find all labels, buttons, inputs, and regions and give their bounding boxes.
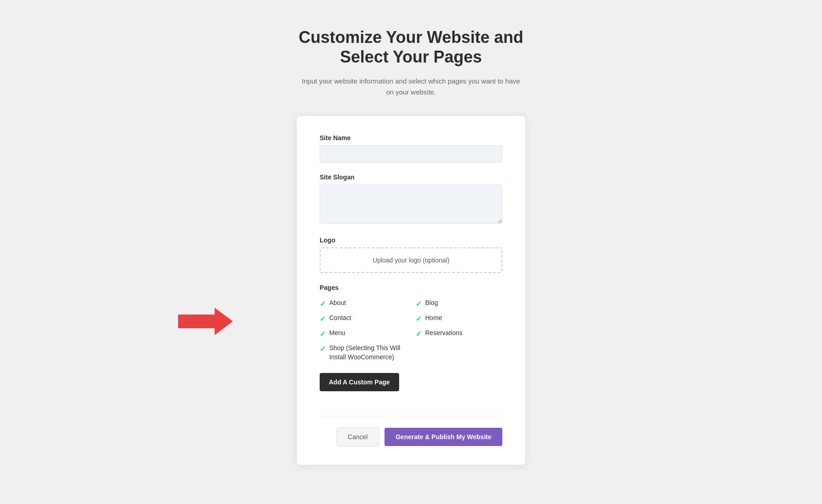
- form-container-wrapper: Site Name Site Slogan Logo Upload your l…: [91, 116, 731, 464]
- page-label-reservations: Reservations: [425, 329, 463, 338]
- page-label-home: Home: [425, 314, 442, 323]
- page-label-contact: Contact: [329, 314, 351, 323]
- site-slogan-field-group: Site Slogan: [320, 173, 502, 226]
- page-title: Customize Your Website and Select Your P…: [299, 27, 523, 67]
- pages-grid: ✓ About ✓ Blog ✓ Contact ✓ Home: [320, 299, 502, 362]
- page-item-about: ✓ About: [320, 299, 406, 308]
- divider: [320, 416, 502, 416]
- pages-label: Pages: [320, 284, 502, 291]
- site-name-input[interactable]: [320, 145, 502, 163]
- cancel-button[interactable]: Cancel: [337, 427, 379, 446]
- page-item-reservations: ✓ Reservations: [416, 329, 502, 338]
- logo-upload-area[interactable]: Upload your logo (optional): [320, 247, 502, 273]
- logo-upload-text: Upload your logo (optional): [373, 257, 449, 264]
- page-header: Customize Your Website and Select Your P…: [299, 27, 523, 98]
- arrow-wrapper: [178, 308, 233, 335]
- page-item-contact: ✓ Contact: [320, 314, 406, 323]
- page-label-blog: Blog: [425, 299, 438, 308]
- form-card: Site Name Site Slogan Logo Upload your l…: [297, 116, 525, 464]
- site-slogan-label: Site Slogan: [320, 173, 502, 181]
- checkmark-icon-blog: ✓: [416, 299, 422, 308]
- arrow-right-icon: [178, 308, 233, 335]
- page-item-home: ✓ Home: [416, 314, 502, 323]
- logo-field-group: Logo Upload your logo (optional): [320, 236, 502, 273]
- site-name-label: Site Name: [320, 134, 502, 142]
- page-label-menu: Menu: [329, 329, 345, 338]
- svg-marker-0: [178, 308, 233, 335]
- page-subtitle: Input your website information and selec…: [301, 76, 521, 98]
- page-label-shop: Shop (Selecting This Will Install WooCom…: [329, 344, 406, 362]
- site-name-field-group: Site Name: [320, 134, 502, 163]
- add-custom-page-button[interactable]: Add A Custom Page: [320, 373, 399, 391]
- page-item-blog: ✓ Blog: [416, 299, 502, 308]
- checkmark-icon-contact: ✓: [320, 315, 326, 323]
- page-item-shop: ✓ Shop (Selecting This Will Install WooC…: [320, 344, 406, 362]
- checkmark-icon-home: ✓: [416, 315, 422, 323]
- page-item-menu: ✓ Menu: [320, 329, 406, 338]
- generate-publish-button[interactable]: Generate & Publish My Website: [385, 428, 502, 446]
- checkmark-icon-reservations: ✓: [416, 330, 422, 338]
- page-wrapper: Customize Your Website and Select Your P…: [91, 27, 731, 465]
- page-label-about: About: [329, 299, 346, 308]
- logo-label: Logo: [320, 236, 502, 244]
- pages-field-group: Pages ✓ About ✓ Blog ✓ Contact: [320, 284, 502, 362]
- checkmark-icon-shop: ✓: [320, 345, 326, 353]
- checkmark-icon-about: ✓: [320, 299, 326, 308]
- form-actions: Cancel Generate & Publish My Website: [320, 427, 502, 446]
- site-slogan-input[interactable]: [320, 184, 502, 224]
- checkmark-icon-menu: ✓: [320, 330, 326, 338]
